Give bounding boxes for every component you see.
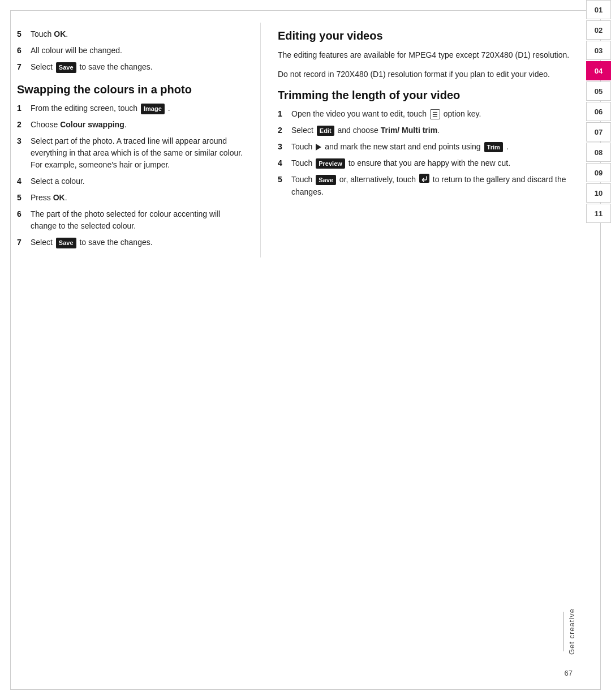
- trim-badge: Trim: [484, 142, 503, 153]
- nav-item-05[interactable]: 05: [586, 81, 611, 101]
- step-number: 7: [17, 61, 31, 73]
- svg-rect-0: [419, 174, 429, 183]
- bold-text: Colour swapping: [60, 120, 124, 129]
- step-number: 2: [17, 119, 31, 131]
- step-content: Touch OK.: [31, 28, 243, 40]
- nav-item-11[interactable]: 11: [586, 204, 611, 223]
- vertical-label-text: Get creative: [567, 608, 576, 655]
- bold-text: OK: [54, 29, 66, 38]
- step-item: 1 From the editing screen, touch Image .: [17, 102, 243, 114]
- save-badge: Save: [56, 62, 76, 73]
- swap-steps: 1 From the editing screen, touch Image .…: [17, 102, 243, 248]
- step-item: 5 Touch OK.: [17, 28, 243, 40]
- step-content: From the editing screen, touch Image .: [31, 102, 243, 114]
- step-content: Touch Preview to ensure that you are hap…: [291, 157, 600, 169]
- step-content: Touch Save or, alternatively, touch to r…: [291, 174, 600, 198]
- step-item: 6 The part of the photo selected for col…: [17, 208, 243, 232]
- step-number: 5: [17, 192, 31, 204]
- intro-steps: 5 Touch OK. 6 All colour will be changed…: [17, 28, 243, 73]
- return-icon: [419, 174, 429, 186]
- step-item: 5 Touch Save or, alternatively, touch to…: [278, 174, 600, 198]
- trim-steps: 1 Open the video you want to edit, touch…: [278, 108, 600, 198]
- nav-item-02[interactable]: 02: [586, 20, 611, 40]
- edit-badge: Edit: [317, 126, 334, 136]
- right-column: Editing your videos The editing features…: [272, 17, 600, 257]
- step-content: Select Save to save the changes.: [31, 237, 243, 248]
- step-number: 5: [17, 28, 31, 40]
- left-column: 5 Touch OK. 6 All colour will be changed…: [17, 17, 260, 257]
- step-content: Choose Colour swapping.: [31, 119, 243, 131]
- step-content: Select Save to save the changes.: [31, 61, 243, 73]
- step-item: 3 Select part of the photo. A traced lin…: [17, 135, 243, 171]
- step-content: Select Edit and choose Trim/ Multi trim.: [291, 124, 600, 136]
- preview-badge: Preview: [316, 158, 345, 169]
- step-number: 1: [278, 108, 291, 120]
- vertical-divider-line: [563, 612, 564, 651]
- step-item: 5 Press OK.: [17, 192, 243, 204]
- vertical-label-container: Get creative: [563, 608, 576, 655]
- nav-item-06[interactable]: 06: [586, 102, 611, 121]
- step-number: 5: [278, 174, 291, 198]
- editing-para2: Do not record in 720X480 (D1) resolution…: [278, 68, 600, 80]
- save-badge: Save: [56, 238, 76, 248]
- step-number: 1: [17, 102, 31, 114]
- step-item: 6 All colour will be changed.: [17, 45, 243, 57]
- nav-item-08[interactable]: 08: [586, 143, 611, 162]
- step-number: 6: [17, 208, 31, 232]
- section-heading-editing: Editing your videos: [278, 28, 600, 43]
- section-heading-swap: Swapping the colours in a photo: [17, 82, 243, 97]
- step-item: 4 Touch Preview to ensure that you are h…: [278, 157, 600, 169]
- option-icon: ☰: [430, 109, 440, 120]
- nav-item-07[interactable]: 07: [586, 122, 611, 141]
- step-item: 2 Select Edit and choose Trim/ Multi tri…: [278, 124, 600, 136]
- step-content: Select a colour.: [31, 175, 243, 187]
- nav-item-01[interactable]: 01: [586, 0, 611, 19]
- step-number: 2: [278, 124, 291, 136]
- step-number: 3: [278, 141, 291, 153]
- step-number: 4: [278, 157, 291, 169]
- step-content: Select part of the photo. A traced line …: [31, 135, 243, 171]
- step-item: 7 Select Save to save the changes.: [17, 237, 243, 248]
- step-item: 2 Choose Colour swapping.: [17, 119, 243, 131]
- nav-item-10[interactable]: 10: [586, 183, 611, 203]
- step-item: 3 Touch and mark the new start and end p…: [278, 141, 600, 153]
- bold-text: Trim/ Multi trim: [381, 126, 437, 135]
- nav-item-03[interactable]: 03: [586, 41, 611, 60]
- save-badge: Save: [316, 175, 336, 186]
- step-number: 6: [17, 45, 31, 57]
- column-divider: [260, 23, 261, 257]
- nav-item-04[interactable]: 04: [586, 61, 611, 80]
- step-item: 7 Select Save to save the changes.: [17, 61, 243, 73]
- bold-text: OK: [53, 193, 65, 202]
- section-heading-trim: Trimming the length of your video: [278, 88, 600, 102]
- step-content: Press OK.: [31, 192, 243, 204]
- step-number: 3: [17, 135, 31, 171]
- step-item: 1 Open the video you want to edit, touch…: [278, 108, 600, 120]
- step-content: All colour will be changed.: [31, 45, 243, 57]
- nav-item-09[interactable]: 09: [586, 163, 611, 182]
- side-navigation: 01 02 03 04 05 06 07 08 09 10 11: [582, 0, 611, 274]
- play-icon: [316, 144, 321, 151]
- editing-para1: The editing features are available for M…: [278, 49, 600, 61]
- step-content: The part of the photo selected for colou…: [31, 208, 243, 232]
- step-number: 7: [17, 237, 31, 248]
- image-badge: Image: [141, 104, 165, 114]
- step-content: Open the video you want to edit, touch ☰…: [291, 108, 600, 120]
- step-item: 4 Select a colour.: [17, 175, 243, 187]
- step-content: Touch and mark the new start and end poi…: [291, 141, 600, 153]
- page-number: 67: [565, 669, 573, 677]
- step-number: 4: [17, 175, 31, 187]
